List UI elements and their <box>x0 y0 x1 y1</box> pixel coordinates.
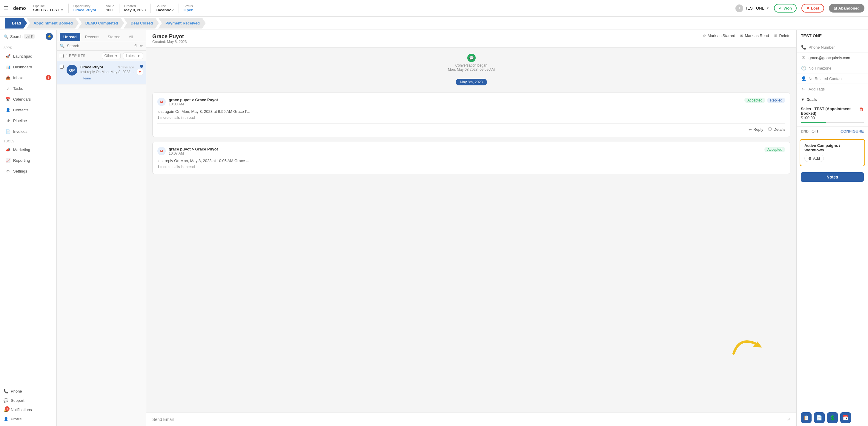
select-all-checkbox[interactable] <box>60 54 64 58</box>
rp-dnd-value: OFF <box>812 129 819 133</box>
rp-deals-header: ▼ Deals <box>797 94 868 104</box>
email-msg-from-1: grace puyot > Grace Puyot <box>169 98 741 102</box>
rp-add-tags[interactable]: Add Tags <box>809 87 825 91</box>
email-field-icon: ✉ <box>801 55 806 60</box>
conv-results-bar: 1 RESULTS Other ▼ Latest ▼ <box>57 51 146 61</box>
rp-icon-4[interactable]: 📅 <box>840 412 851 423</box>
search-bar[interactable]: 🔍 Search ctrl K ⚡ <box>0 30 56 43</box>
rp-bottom-icons: 📋 📄 💲 📅 <box>797 409 868 426</box>
add-campaign-button[interactable]: ⊕ Add <box>804 155 824 162</box>
stage-payment-received[interactable]: Payment Received <box>158 18 206 29</box>
sidebar-item-contacts[interactable]: 👤 Contacts <box>2 105 55 115</box>
rp-timezone-value: No Timezone <box>809 66 832 70</box>
sidebar-item-profile[interactable]: 👤 Profile <box>0 414 56 424</box>
tab-unread[interactable]: Unread <box>60 33 80 41</box>
mark-starred-button[interactable]: ☆ Mark as Starred <box>703 33 735 38</box>
email-msg-from-2: grace puyot > Grace Puyot <box>169 147 762 151</box>
tab-recents[interactable]: Recents <box>82 33 103 41</box>
sidebar-item-phone[interactable]: 📞 Phone <box>0 387 56 396</box>
tasks-icon: ✓ <box>5 86 11 91</box>
send-email-text[interactable]: Send Email <box>152 417 174 422</box>
abandoned-button[interactable]: ⊡ Abandoned <box>829 4 865 12</box>
add-campaign-icon: ⊕ <box>808 156 812 161</box>
stage-demo-completed[interactable]: DEMO Completed <box>78 18 124 29</box>
email-msg-more-2: 1 more emails in thread <box>157 165 785 169</box>
reply-button-1[interactable]: ↩ Reply <box>749 127 763 132</box>
email-msg-time-2: 10:07 AM <box>169 151 762 156</box>
email-message-2: M grace puyot > Grace Puyot 10:07 AM Acc… <box>152 142 790 174</box>
sidebar-item-calendars[interactable]: 📅 Calendars <box>2 94 55 104</box>
top-bar: ☰ demo Pipeline SALES - TEST ▼ Opportuni… <box>0 0 868 17</box>
tags-icon: 🏷 <box>801 86 806 92</box>
sidebar-item-settings[interactable]: ⚙ Settings <box>2 166 55 176</box>
sidebar-item-inbox[interactable]: 📥 Inbox 1 <box>2 72 55 83</box>
pipeline-value[interactable]: SALES - TEST ▼ <box>33 8 64 12</box>
expand-icon[interactable]: ⤢ <box>787 417 790 422</box>
stage-deal-closed[interactable]: Deal Closed <box>124 18 159 29</box>
accepted-badge-2: Accepted <box>765 147 785 152</box>
rp-deal-progress-fill <box>801 122 826 123</box>
sidebar-item-tasks[interactable]: ✓ Tasks <box>2 83 55 93</box>
sidebar-item-invoices[interactable]: 📄 Invoices <box>2 126 55 136</box>
conv-created: Created: May 8, 2023 <box>152 40 187 44</box>
hamburger-icon[interactable]: ☰ <box>4 5 8 12</box>
filter-icon[interactable]: ⚗ <box>134 43 137 48</box>
contact-field-icon: 👤 <box>801 76 806 81</box>
reporting-icon: 📈 <box>5 158 11 163</box>
conv-item-checkbox[interactable] <box>60 65 64 69</box>
rp-deal-item: Sales - TEST (Appointment Booked) $100.0… <box>797 104 868 127</box>
sidebar-bottom: 📞 Phone 💬 Support 🔔 8 Notifications 👤 Pr… <box>0 384 56 426</box>
filter-other-dropdown[interactable]: Other ▼ <box>102 53 121 59</box>
email-msg-time-1: 10:00 AM <box>169 102 741 106</box>
rp-campaigns-section: Active Campaigns / Workflows ⊕ Add <box>800 139 865 166</box>
other-dropdown-arrow: ▼ <box>115 54 118 58</box>
notes-button[interactable]: Notes <box>801 172 864 182</box>
rp-deal-delete-button[interactable]: 🗑 <box>859 106 864 112</box>
delete-button[interactable]: 🗑 Delete <box>774 33 790 38</box>
rp-user-name: TEST ONE <box>801 33 864 38</box>
abandoned-icon: ⊡ <box>834 6 837 10</box>
deals-caret: ▼ <box>801 97 805 102</box>
email-msg-badges-2: Accepted <box>765 147 785 152</box>
stage-lead[interactable]: Lead <box>5 18 27 29</box>
sidebar-item-notifications[interactable]: 🔔 8 Notifications <box>0 405 56 414</box>
opportunity-value[interactable]: Grace Puyot <box>73 8 96 12</box>
rp-timezone-field: 🕐 No Timezone <box>797 63 868 73</box>
conversation-view: Grace Puyot Created: May 8, 2023 ☆ Mark … <box>146 30 796 426</box>
conv-search-input[interactable] <box>67 43 131 48</box>
sidebar-item-marketing[interactable]: 📣 Marketing <box>2 144 55 155</box>
search-label: Search <box>10 34 22 39</box>
stage-appointment-booked[interactable]: Appointment Booked <box>26 18 79 29</box>
value-value: 100 <box>106 8 114 12</box>
rp-icon-3[interactable]: 💲 <box>827 412 838 423</box>
won-button[interactable]: ✓ Won <box>774 4 797 12</box>
rp-icon-2[interactable]: 📄 <box>814 412 825 423</box>
conv-tabs: Unread Recents Starred All <box>57 30 146 41</box>
created-label: Created <box>124 4 146 8</box>
rp-configure-button[interactable]: CONFIGURE <box>840 129 864 133</box>
details-button-1[interactable]: ⓘ Details <box>768 127 785 132</box>
lost-button[interactable]: ✕ Lost <box>801 4 824 12</box>
sidebar-item-launchpad[interactable]: 🚀 Launchpad <box>2 51 55 61</box>
tab-all[interactable]: All <box>125 33 136 41</box>
conv-item-grace-puyot[interactable]: GP Grace Puyot 9 days ago test reply On … <box>57 61 146 85</box>
mark-read-button[interactable]: ✉ Mark as Read <box>740 33 769 38</box>
sidebar-item-reporting[interactable]: 📈 Reporting <box>2 155 55 165</box>
pipeline-stages: Lead Appointment Booked DEMO Completed D… <box>0 17 868 30</box>
bolt-icon[interactable]: ⚡ <box>46 33 53 40</box>
user-dropdown-arrow[interactable]: ▼ <box>766 7 769 10</box>
sidebar-item-pipeline[interactable]: ⟰ Pipeline <box>2 116 55 126</box>
conv-item-preview: test reply On Mon, May 8, 2023 at ... <box>80 70 134 74</box>
pipeline-label: Pipeline <box>33 4 64 8</box>
gmail-msg-icon-1: M <box>157 98 166 106</box>
opportunity-section: Opportunity Grace Puyot <box>73 4 96 12</box>
rp-icon-1[interactable]: 📋 <box>801 412 812 423</box>
edit-icon[interactable]: ✏ <box>140 43 143 48</box>
filter-latest-dropdown[interactable]: Latest ▼ <box>123 53 143 59</box>
tab-starred[interactable]: Starred <box>104 33 124 41</box>
sidebar-item-dashboard[interactable]: 📊 Dashboard <box>2 62 55 72</box>
rp-tags-field[interactable]: 🏷 Add Tags <box>797 84 868 94</box>
phone-field-icon: 📞 <box>801 44 806 50</box>
apps-section-label: Apps <box>0 43 56 51</box>
sidebar-item-support[interactable]: 💬 Support <box>0 396 56 405</box>
